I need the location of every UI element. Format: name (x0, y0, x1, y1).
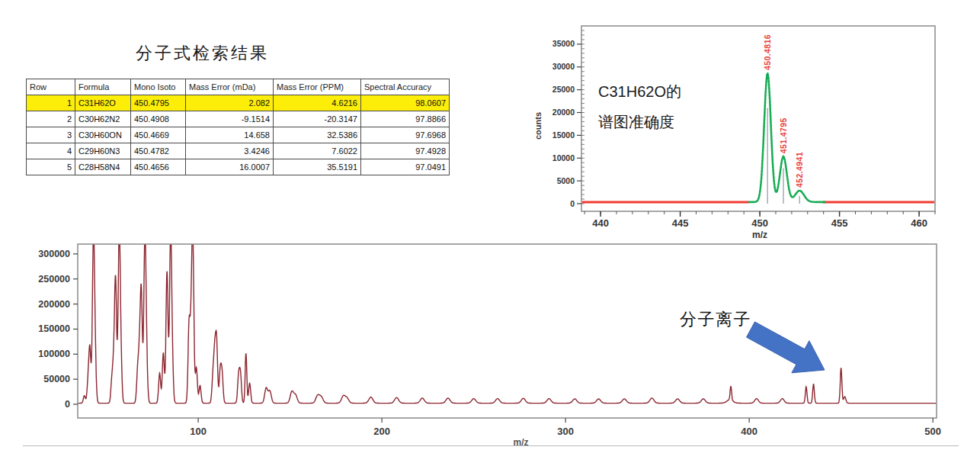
y-tick-label: 20000 (552, 108, 575, 117)
table-cell: 32.5386 (274, 127, 361, 143)
full-spectrum-chart: 0500001000001500002000002500003000001002… (15, 235, 980, 463)
table-cell: 450.4782 (131, 143, 186, 159)
table-header: RowFormulaMono IsotoMass Error (mDa)Mass… (27, 79, 450, 95)
x-tick-label: 100 (190, 426, 207, 437)
y-axis-title: counts (533, 112, 543, 140)
y-tick-label: 200000 (38, 299, 70, 310)
column-header: Mono Isoto (131, 79, 186, 95)
table-cell: 2.082 (186, 95, 274, 111)
isotope-zoom-chart: 0500010000150002000025000300003500044044… (526, 11, 980, 240)
table-cell: 5 (27, 159, 75, 175)
y-tick-label: 25000 (552, 85, 575, 94)
table-cell: 4 (27, 143, 75, 159)
y-tick-label: 150000 (38, 323, 70, 334)
table-cell: 450.4908 (131, 111, 186, 127)
y-tick-label: 35000 (552, 39, 575, 48)
table-cell: 16.0007 (186, 159, 274, 175)
table-cell: C30H60ON (75, 127, 131, 143)
x-tick-label: 300 (557, 426, 574, 437)
table-cell: C30H62N2 (75, 111, 131, 127)
y-tick-label: 0 (65, 399, 70, 410)
y-tick-label: 50000 (43, 374, 70, 384)
y-tick-label: 100000 (38, 349, 70, 359)
x-tick-label: 445 (672, 217, 689, 229)
table-cell: 97.6968 (361, 127, 450, 143)
y-tick-label: 0 (570, 199, 575, 208)
y-tick-label: 5000 (557, 176, 575, 185)
table-row[interactable]: 1C31H62O450.47952.0824.621698.0607 (27, 95, 450, 111)
column-header: Spectral Accuracy (361, 79, 450, 95)
table-cell: 4.6216 (274, 95, 361, 111)
arrow-icon (747, 322, 825, 373)
table-cell: C28H58N4 (75, 159, 131, 175)
column-header: Formula (75, 79, 131, 95)
table-cell: 35.5191 (274, 159, 361, 175)
peak-mass-label: 452.4941 (795, 152, 804, 188)
x-tick-label: 450 (751, 217, 768, 229)
zoom-annotation-line2: 谱图准确度 (598, 114, 674, 130)
formula-results-table: RowFormulaMono IsotoMass Error (mDa)Mass… (26, 79, 450, 175)
table-body: 1C31H62O450.47952.0824.621698.06072C30H6… (27, 95, 450, 175)
x-tick-label: 400 (741, 426, 757, 437)
molecular-ion-label: 分子离子 (680, 310, 751, 329)
x-tick-label: 460 (911, 217, 927, 229)
bottom-separator (23, 445, 959, 446)
table-cell: 98.0607 (361, 95, 450, 111)
table-row[interactable]: 4C29H60N3450.47823.42467.602297.4928 (27, 143, 450, 159)
table-cell: 97.0491 (361, 159, 450, 175)
table-cell: 450.4656 (131, 159, 186, 175)
table-cell: C29H60N3 (75, 143, 131, 159)
spectrum-trace (78, 235, 936, 404)
table-row[interactable]: 3C30H60ON450.466914.65832.538697.6968 (27, 127, 450, 143)
y-tick-label: 15000 (552, 130, 575, 140)
zoom-annotation-line1: C31H62O的 (598, 83, 681, 100)
x-tick-label: 440 (592, 217, 609, 229)
column-header: Row (27, 79, 75, 95)
column-header: Mass Error (PPM) (274, 79, 361, 95)
table-row[interactable]: 5C28H58N4450.465616.000735.519197.0491 (27, 159, 450, 175)
table-cell: 3 (27, 127, 75, 143)
peak-mass-label: 451.4795 (779, 117, 788, 153)
table-cell: 97.8866 (361, 111, 450, 127)
table-row[interactable]: 2C30H62N2450.4908-9.1514-20.314797.8866 (27, 111, 450, 127)
table-cell: C31H62O (75, 95, 131, 111)
table-cell: 2 (27, 111, 75, 127)
x-tick-label: 500 (924, 426, 941, 437)
y-tick-label: 300000 (38, 249, 70, 259)
y-tick-label: 30000 (552, 62, 575, 71)
table-cell: 1 (27, 95, 75, 111)
table-cell: 3.4246 (186, 143, 274, 159)
table-cell: 7.6022 (274, 143, 361, 159)
table-cell: 97.4928 (361, 143, 450, 159)
screenshot-root: 分子式检索结果 RowFormulaMono IsotoMass Error (… (0, 0, 980, 463)
table-cell: -9.1514 (186, 111, 274, 127)
table-cell: 450.4669 (131, 127, 186, 143)
y-tick-label: 250000 (38, 274, 70, 285)
table-cell: 450.4795 (131, 95, 186, 111)
table-cell: 14.658 (186, 127, 274, 143)
y-tick-label: 10000 (552, 153, 575, 162)
x-tick-label: 200 (373, 426, 390, 437)
peak-mass-label: 450.4816 (763, 34, 772, 70)
table-cell: -20.3147 (274, 111, 361, 127)
table-header-row: RowFormulaMono IsotoMass Error (mDa)Mass… (27, 79, 450, 95)
column-header: Mass Error (mDa) (186, 79, 274, 95)
table-title: 分子式检索结果 (136, 42, 269, 65)
full-plot-frame (78, 244, 937, 418)
x-tick-label: 455 (831, 217, 848, 229)
